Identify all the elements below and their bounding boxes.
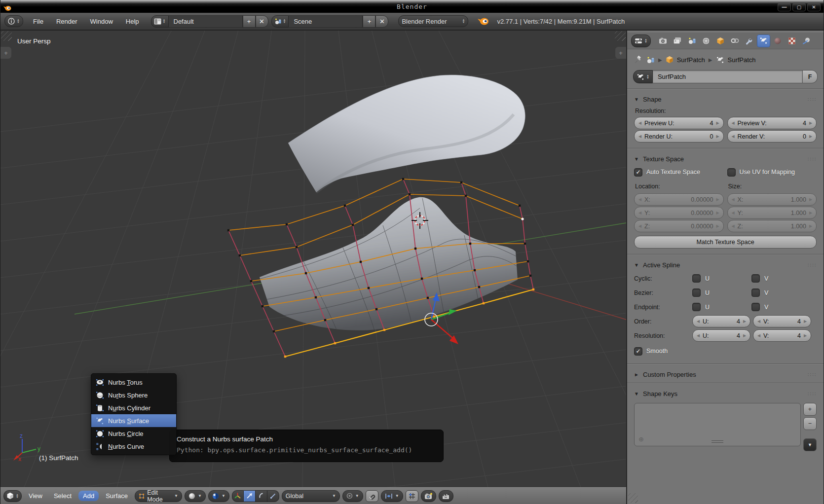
- scene-add-button[interactable]: +: [363, 15, 375, 28]
- menu-help[interactable]: Help: [126, 18, 139, 25]
- proportional-edit-dropdown[interactable]: ▼: [342, 490, 363, 502]
- tab-object[interactable]: [714, 35, 727, 47]
- minimize-button[interactable]: —: [778, 2, 791, 11]
- vp-menu-view[interactable]: View: [24, 491, 47, 501]
- scene-name-field[interactable]: Scene: [289, 15, 363, 28]
- manipulator-translate-button[interactable]: [244, 490, 256, 502]
- pivot-point-dropdown[interactable]: ▼: [208, 490, 229, 502]
- shape-key-add-button[interactable]: +: [803, 403, 817, 416]
- texspace-size-z-field[interactable]: ◀Z: 1.000▶: [727, 220, 817, 232]
- panel-grip-icon[interactable]: ········: [805, 263, 817, 267]
- datablock-name-input[interactable]: SurfPatch: [653, 70, 803, 83]
- menu-item-nurbs-sphere[interactable]: Nurbs Sphere: [91, 389, 176, 401]
- panel-shape-header[interactable]: ▼ Shape ········: [634, 93, 817, 106]
- tab-constraints[interactable]: [728, 35, 742, 47]
- area-corner-grip[interactable]: [615, 31, 626, 41]
- vp-menu-surface[interactable]: Surface: [101, 491, 132, 501]
- bezier-u-checkbox[interactable]: [692, 288, 701, 297]
- manipulator-axes-icon[interactable]: [232, 490, 244, 502]
- menu-item-nurbs-curve[interactable]: Nurbs Curve: [91, 440, 176, 453]
- spline-resolution-u-field[interactable]: ◀U: 4▶: [692, 329, 750, 342]
- panel-texture-space-header[interactable]: ▼ Texture Space ········: [634, 152, 817, 165]
- panel-shape-keys-header[interactable]: ▼ Shape Keys ········: [634, 387, 817, 400]
- tab-world[interactable]: [700, 35, 713, 47]
- editor-type-selector-3dview[interactable]: ▲▼: [3, 490, 22, 502]
- order-u-field[interactable]: ◀U: 4▶: [692, 315, 750, 327]
- cyclic-v-checkbox[interactable]: [751, 274, 760, 283]
- opengl-render-anim-button[interactable]: [439, 490, 453, 502]
- datablock-browse-button[interactable]: ▲▼: [633, 70, 653, 83]
- close-button[interactable]: ✕: [807, 2, 821, 11]
- shape-key-specials-button[interactable]: ▼: [803, 438, 817, 451]
- menu-item-nurbs-circle[interactable]: Nurbs Circle: [91, 427, 176, 440]
- vp-menu-select[interactable]: Select: [49, 491, 76, 501]
- endpoint-u-checkbox[interactable]: [692, 303, 701, 311]
- tab-render[interactable]: [657, 35, 670, 47]
- menu-file[interactable]: File: [33, 18, 43, 25]
- texspace-loc-y-field[interactable]: ◀Y: 0.00000▶: [634, 207, 724, 219]
- tab-object-data[interactable]: [757, 35, 770, 47]
- auto-texture-space-checkbox[interactable]: ✓: [634, 168, 642, 177]
- breadcrumb-object-name[interactable]: SurfPatch: [677, 56, 705, 64]
- smooth-checkbox[interactable]: ✓: [634, 347, 642, 356]
- render-u-field[interactable]: ◀Render U: 0▶: [634, 130, 724, 143]
- screen-layout-browse-button[interactable]: ▲▼: [151, 15, 169, 28]
- screen-layout-delete-button[interactable]: ✕: [256, 15, 268, 28]
- tab-scene[interactable]: [685, 35, 699, 47]
- screen-layout-add-button[interactable]: +: [243, 15, 256, 28]
- texspace-loc-z-field[interactable]: ◀Z: 0.00000▶: [634, 220, 724, 232]
- tab-physics[interactable]: [800, 35, 813, 47]
- mode-dropdown[interactable]: Edit Mode ▼: [135, 490, 182, 502]
- panel-grip-icon[interactable]: ········: [805, 97, 817, 101]
- menu-item-nurbs-torus[interactable]: Nurbs Torus: [91, 376, 176, 389]
- tab-material[interactable]: [771, 35, 785, 47]
- texspace-size-x-field[interactable]: ◀X: 1.000▶: [727, 193, 817, 206]
- editor-type-selector-properties[interactable]: ▲▼: [631, 35, 651, 47]
- menu-item-nurbs-surface[interactable]: Nurbs Surface: [91, 414, 176, 427]
- scene-icon[interactable]: [646, 56, 655, 64]
- area-corner-grip[interactable]: [1, 31, 12, 41]
- order-v-field[interactable]: ◀V: 4▶: [753, 315, 811, 327]
- shape-keys-list[interactable]: ⊕: [634, 403, 801, 446]
- pin-icon[interactable]: [634, 55, 643, 64]
- preview-v-field[interactable]: ◀Preview V: 4▶: [727, 117, 817, 129]
- list-filter-icon[interactable]: ⊕: [638, 435, 644, 443]
- manipulator-scale-button[interactable]: [267, 490, 279, 502]
- panel-grip-icon[interactable]: ········: [805, 392, 817, 396]
- breadcrumb-data-name[interactable]: SurfPatch: [728, 56, 756, 64]
- manipulator-rotate-button[interactable]: [256, 490, 267, 502]
- shape-key-remove-button[interactable]: −: [803, 417, 817, 430]
- maximize-button[interactable]: ▢: [792, 2, 806, 11]
- vp-menu-add[interactable]: Add: [78, 491, 99, 501]
- preview-u-field[interactable]: ◀Preview U: 4▶: [634, 117, 724, 129]
- viewport-shading-dropdown[interactable]: ▼: [185, 490, 206, 502]
- tab-render-layers[interactable]: [671, 35, 684, 47]
- render-engine-dropdown[interactable]: Blender Render ▲▼: [398, 15, 468, 27]
- fake-user-button[interactable]: F: [803, 70, 818, 83]
- panel-grip-icon[interactable]: ········: [805, 372, 817, 376]
- properties-shelf-expand-tab[interactable]: +: [615, 47, 626, 59]
- match-texture-space-button[interactable]: Match Texture Space: [634, 236, 817, 249]
- 3d-scene-area[interactable]: User Persp + + z y x (1) SurfPatch: [0, 31, 626, 487]
- tool-shelf-expand-tab[interactable]: +: [0, 47, 11, 59]
- render-v-field[interactable]: ◀Render V: 0▶: [727, 130, 817, 143]
- scene-browse-button[interactable]: ▲▼: [271, 15, 289, 28]
- screen-layout-name-field[interactable]: Default: [169, 15, 243, 28]
- snap-grid-button[interactable]: [406, 490, 418, 502]
- bezier-v-checkbox[interactable]: [751, 288, 760, 297]
- area-corner-grip[interactable]: [628, 493, 638, 503]
- menu-item-nurbs-cylinder[interactable]: Nurbs Cylinder: [91, 401, 176, 414]
- snap-element-dropdown[interactable]: ▼: [381, 490, 403, 502]
- transform-orientation-dropdown[interactable]: Global ▼: [282, 490, 340, 502]
- snap-magnet-button[interactable]: [366, 490, 378, 502]
- scene-delete-button[interactable]: ✕: [375, 15, 388, 28]
- texspace-size-y-field[interactable]: ◀Y: 1.000▶: [727, 207, 817, 219]
- endpoint-v-checkbox[interactable]: [751, 303, 760, 311]
- editor-type-selector-info[interactable]: ▲▼: [4, 15, 23, 27]
- 3d-viewport[interactable]: User Persp + + z y x (1) SurfPatch: [0, 31, 627, 504]
- panel-active-spline-header[interactable]: ▼ Active Spline ········: [634, 258, 817, 271]
- tab-modifiers[interactable]: [743, 35, 756, 47]
- menu-render[interactable]: Render: [56, 18, 77, 25]
- list-resize-grip[interactable]: [712, 440, 723, 443]
- use-uv-mapping-checkbox[interactable]: [727, 168, 736, 177]
